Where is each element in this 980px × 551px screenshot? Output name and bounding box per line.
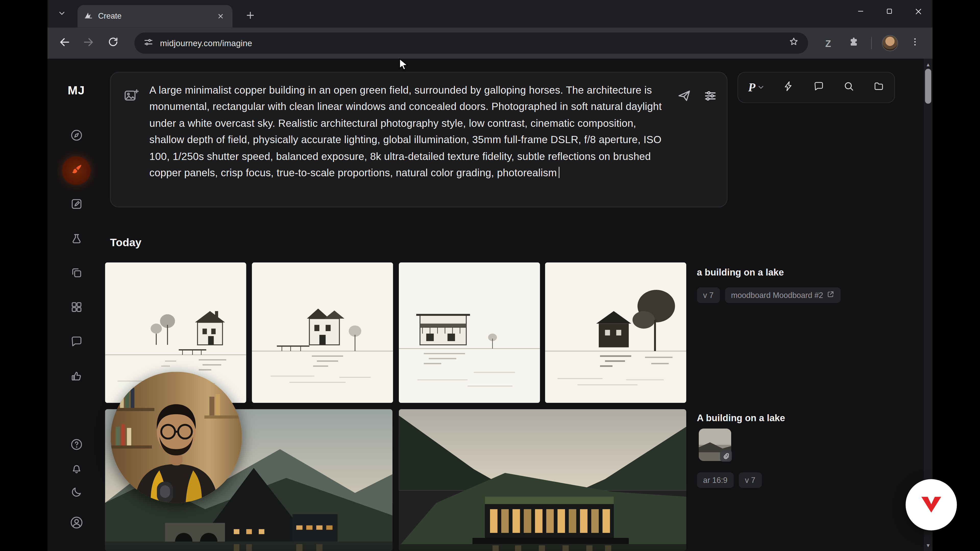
send-icon — [676, 89, 691, 105]
personalize-dropdown[interactable]: P — [748, 73, 764, 103]
speech-bubble-icon — [813, 81, 824, 94]
presenter-video — [110, 372, 242, 503]
fast-mode-button[interactable] — [783, 73, 794, 103]
help-icon — [70, 438, 83, 453]
brand-v-icon — [915, 487, 947, 522]
generated-image-3[interactable] — [399, 262, 540, 403]
sidebar-logo[interactable]: MJ — [62, 84, 91, 97]
sidebar-item-edit[interactable] — [62, 191, 91, 219]
prompt-box[interactable]: A large minimalist copper building in an… — [110, 72, 728, 207]
tab-close-button[interactable] — [215, 11, 226, 22]
text-caret — [558, 167, 560, 178]
sidebar-item-create[interactable] — [62, 156, 91, 185]
scroll-up-arrow[interactable]: ▲ — [924, 60, 932, 68]
generated-image-4[interactable] — [545, 262, 686, 403]
job-badges: ar 16:9 v 7 — [697, 472, 762, 488]
sidebar-item-explore[interactable] — [62, 122, 91, 151]
prompt-input[interactable]: A large minimalist copper building in an… — [149, 82, 667, 181]
moon-icon — [70, 485, 83, 501]
tab-search-button[interactable] — [54, 6, 70, 22]
mouse-cursor — [396, 57, 410, 74]
paperclip-icon — [722, 450, 729, 461]
profile-icon — [69, 515, 83, 532]
menu-button[interactable] — [906, 35, 924, 52]
sidebar-item-personalize[interactable] — [62, 225, 91, 254]
generated-image-2[interactable] — [252, 262, 393, 403]
omnibox[interactable]: midjourney.com/imagine — [135, 32, 808, 54]
aspect-ratio-badge[interactable]: ar 16:9 — [697, 472, 734, 488]
browser-toolbar: midjourney.com/imagine Z — [48, 27, 932, 59]
edit-icon — [70, 197, 83, 213]
sidebar-item-rate[interactable] — [62, 363, 91, 392]
badge-label: v 7 — [703, 291, 714, 300]
sketch-lake-house-image — [545, 262, 686, 403]
profile-avatar-button[interactable] — [882, 35, 898, 51]
scroll-down-arrow[interactable]: ▼ — [924, 541, 932, 550]
job-title[interactable]: A building on a lake — [697, 412, 785, 423]
sidebar-item-chat[interactable] — [62, 328, 91, 357]
reload-icon — [107, 36, 119, 50]
image-add-button[interactable] — [121, 86, 142, 107]
send-button[interactable] — [673, 86, 694, 107]
search-button[interactable] — [843, 73, 854, 103]
tab-title: Create — [98, 12, 210, 21]
moodboard-badge[interactable]: moodboard Moodboard #2 — [725, 287, 841, 303]
job-title[interactable]: a building on a lake — [697, 267, 784, 278]
generated-image-6[interactable] — [399, 409, 686, 551]
thumbs-up-icon — [70, 370, 83, 385]
chevron-down-icon — [757, 82, 764, 93]
sliders-icon — [703, 89, 717, 105]
extensions-button[interactable] — [845, 35, 862, 52]
back-icon — [59, 36, 70, 50]
search-icon — [843, 81, 854, 94]
folder-button[interactable] — [873, 73, 884, 103]
toolbar-divider — [871, 37, 872, 49]
tab-create[interactable]: Create — [78, 5, 232, 27]
puzzle-icon — [848, 36, 859, 50]
scroll-thumb[interactable] — [925, 68, 931, 103]
window-close-button[interactable] — [904, 0, 932, 22]
z-extension-icon: Z — [825, 38, 831, 48]
screen: Create — [0, 0, 980, 551]
reload-button[interactable] — [104, 35, 122, 52]
back-button[interactable] — [56, 35, 73, 52]
sidebar-item-organize[interactable] — [62, 259, 91, 288]
sketch-lake-house-image — [252, 262, 393, 403]
z-extension-button[interactable]: Z — [819, 35, 837, 52]
recording-app-logo[interactable] — [906, 479, 957, 530]
sidebar-item-account[interactable] — [62, 509, 91, 538]
tab-strip: Create — [48, 0, 932, 27]
job-badges: v 7 moodboard Moodboard #2 — [697, 287, 841, 303]
badge-label: moodboard Moodboard #2 — [731, 291, 823, 300]
bookmark-button[interactable] — [788, 36, 799, 50]
folder-icon — [873, 81, 884, 94]
sidebar-item-theme[interactable] — [62, 478, 91, 507]
window-minimize-button[interactable] — [846, 0, 875, 22]
presenter-webcam-overlay[interactable] — [110, 372, 242, 503]
badge-label: v 7 — [745, 476, 756, 484]
forward-button[interactable] — [80, 35, 97, 52]
kebab-icon — [910, 37, 920, 49]
site-info-button[interactable] — [143, 37, 154, 49]
badge-label: ar 16:9 — [703, 476, 727, 484]
prompt-settings-button[interactable] — [699, 86, 721, 107]
personalize-label: P — [748, 81, 755, 94]
tab-favicon-icon — [84, 10, 93, 22]
sketch-lake-house-image — [399, 262, 540, 403]
window-maximize-button[interactable] — [875, 0, 904, 22]
brush-icon — [70, 163, 83, 178]
version-badge[interactable]: v 7 — [697, 287, 720, 303]
chat-icon — [70, 334, 83, 350]
sidebar-item-gallery[interactable] — [62, 294, 91, 322]
copy-icon — [70, 266, 83, 281]
lightning-bolt-icon — [783, 81, 794, 94]
new-tab-button[interactable] — [242, 7, 258, 23]
bell-icon — [70, 462, 83, 477]
page-scrollbar[interactable]: ▲ ▼ — [924, 59, 932, 551]
prompt-text: A large minimalist copper building in an… — [149, 84, 662, 178]
chat-toggle-button[interactable] — [813, 73, 824, 103]
chevron-down-icon — [58, 8, 65, 19]
version-badge[interactable]: v 7 — [739, 472, 762, 488]
dusk-lakehouse-image — [399, 409, 686, 551]
url-text[interactable]: midjourney.com/imagine — [160, 38, 782, 48]
